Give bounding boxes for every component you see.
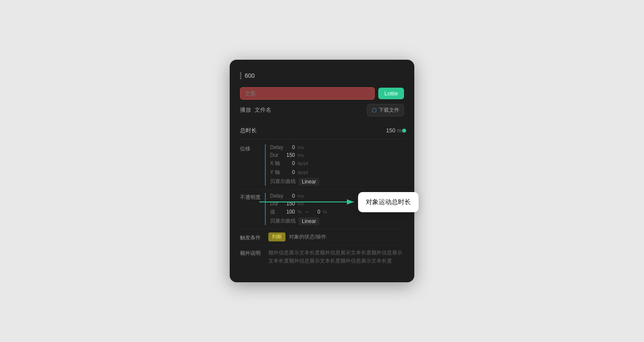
opacity-dur-val: 150 xyxy=(286,201,295,207)
opacity-unit-to: % xyxy=(323,209,327,214)
opacity-dur-key: Dur xyxy=(270,201,284,207)
position-dur-unit: ms xyxy=(298,153,304,158)
opacity-dur-row: Dur 150 ms xyxy=(270,201,404,207)
opacity-dur-unit: ms xyxy=(298,201,304,206)
opacity-label: 不透明度 xyxy=(240,193,265,225)
top-number: 600 xyxy=(245,72,255,79)
opacity-bezier-val[interactable]: Linear xyxy=(298,217,319,225)
position-x-row: X 轴 0 dp/pt xyxy=(270,160,404,167)
download-button[interactable]: ⬡ 下载文件 xyxy=(367,104,404,116)
trigger-section: 触发条件 判断 对象的状态/操作 xyxy=(240,229,404,245)
total-dur-value-group: 150 ms xyxy=(386,127,404,134)
position-x-key: X 轴 xyxy=(270,160,284,167)
trigger-label: 触发条件 xyxy=(240,232,265,241)
position-dur-val: 150 xyxy=(286,152,295,158)
opacity-value-row: 值 100 % → 0 % xyxy=(270,208,404,216)
position-y-val: 0 xyxy=(286,169,295,175)
position-delay-row: Delay 0 ms xyxy=(270,144,404,150)
position-delay-val: 0 xyxy=(286,144,295,150)
left-bar-decoration xyxy=(240,72,241,79)
total-duration-row: 总时长 150 ms xyxy=(240,122,404,139)
position-bezier-key: 贝塞尔曲线 xyxy=(270,178,296,185)
opacity-delay-unit: ms xyxy=(298,193,304,198)
text-input[interactable] xyxy=(240,87,375,100)
position-section: 位移 Delay 0 ms Dur 150 ms X 轴 0 dp/pt xyxy=(240,141,404,189)
position-y-unit: dp/pt xyxy=(298,170,308,175)
main-panel: 600 Lottie 播放 文件名 ⬡ 下载文件 总时长 150 ms xyxy=(230,60,414,282)
position-dur-row: Dur 150 ms xyxy=(270,152,404,158)
top-number-row: 600 xyxy=(240,72,404,79)
opacity-delay-val: 0 xyxy=(286,193,295,199)
arrow-symbol: → xyxy=(304,209,309,214)
position-dur-key: Dur xyxy=(270,152,284,158)
opacity-delay-key: Delay xyxy=(270,193,284,199)
trigger-desc: 对象的状态/操作 xyxy=(289,233,326,241)
position-x-val: 0 xyxy=(286,160,295,166)
opacity-section: 不透明度 Delay 0 ms Dur 150 ms 值 100 % → 0 xyxy=(240,189,404,229)
position-y-row: Y 轴 0 dp/pt xyxy=(270,169,404,176)
position-delay-key: Delay xyxy=(270,144,284,150)
trigger-badge[interactable]: 判断 xyxy=(268,232,286,241)
download-label: 下载文件 xyxy=(379,107,399,114)
total-dur-label: 总时长 xyxy=(240,127,257,134)
opacity-value-to: 0 xyxy=(312,209,320,215)
play-label: 播放 xyxy=(240,106,251,114)
opacity-delay-row: Delay 0 ms xyxy=(270,193,404,199)
arrow-dot xyxy=(402,128,406,132)
filename-label: 文件名 xyxy=(255,106,364,114)
position-label: 位移 xyxy=(240,144,265,186)
position-delay-unit: ms xyxy=(298,145,304,150)
position-x-unit: dp/pt xyxy=(298,161,308,166)
opacity-value-from: 100 xyxy=(286,209,295,215)
text-lottie-row: Lottie xyxy=(240,87,404,100)
position-bezier-val[interactable]: Linear xyxy=(298,178,319,186)
extra-section: 额外说明 额外信息展示文本长度额外信息展示文本长度额外信息展示文本长度额外信息展… xyxy=(240,245,404,269)
opacity-value-key: 值 xyxy=(270,208,284,216)
opacity-bezier-row: 贝塞尔曲线 Linear xyxy=(270,217,404,225)
position-y-key: Y 轴 xyxy=(270,169,284,176)
extra-label: 额外说明 xyxy=(240,249,265,257)
lottie-button[interactable]: Lottie xyxy=(378,88,404,99)
opacity-bezier-key: 贝塞尔曲线 xyxy=(270,217,296,225)
opacity-content: Delay 0 ms Dur 150 ms 值 100 % → 0 % xyxy=(265,193,404,225)
total-dur-value: 150 xyxy=(386,127,395,134)
position-bezier-row: 贝塞尔曲线 Linear xyxy=(270,178,404,186)
scene: 600 Lottie 播放 文件名 ⬡ 下载文件 总时长 150 ms xyxy=(0,0,644,342)
trigger-content: 判断 对象的状态/操作 xyxy=(268,232,326,241)
dropbox-icon: ⬡ xyxy=(372,107,377,113)
extra-content: 额外信息展示文本长度额外信息展示文本长度额外信息展示文本长度额外信息展示文本长度… xyxy=(268,249,404,265)
play-filename-row: 播放 文件名 ⬡ 下载文件 xyxy=(240,104,404,116)
opacity-unit-from: % xyxy=(298,209,302,214)
position-content: Delay 0 ms Dur 150 ms X 轴 0 dp/pt Y 轴 0 xyxy=(265,144,404,186)
